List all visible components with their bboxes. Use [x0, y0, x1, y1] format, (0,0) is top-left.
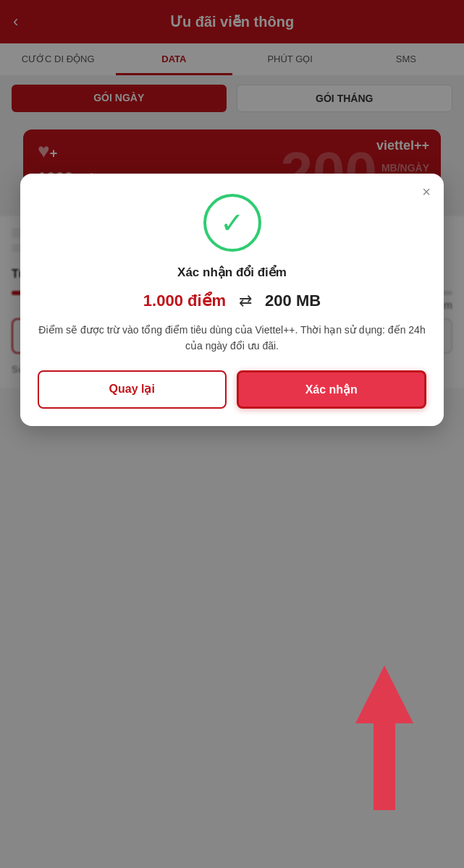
confirm-modal: × ✓ Xác nhận đổi điểm 1.000 điểm ⇄ 200 M…: [20, 174, 444, 426]
modal-exchange-arrow-icon: ⇄: [239, 292, 252, 310]
modal-description: Điểm sẽ được trừ vào tổng điểm tiêu dùng…: [38, 322, 426, 354]
modal-points-value: 1.000 điểm: [143, 292, 226, 310]
cancel-button[interactable]: Quay lại: [38, 370, 227, 409]
modal-buttons: Quay lại Xác nhận: [38, 370, 426, 409]
confirm-button[interactable]: Xác nhận: [237, 370, 427, 409]
modal-mb-value: 200 MB: [265, 292, 321, 310]
modal-exchange-row: 1.000 điểm ⇄ 200 MB: [38, 292, 426, 310]
modal-title: Xác nhận đổi điểm: [38, 265, 426, 280]
modal-overlay[interactable]: [0, 0, 464, 868]
modal-close-button[interactable]: ×: [422, 184, 431, 200]
check-icon: ✓: [220, 208, 245, 237]
success-circle: ✓: [203, 194, 261, 252]
